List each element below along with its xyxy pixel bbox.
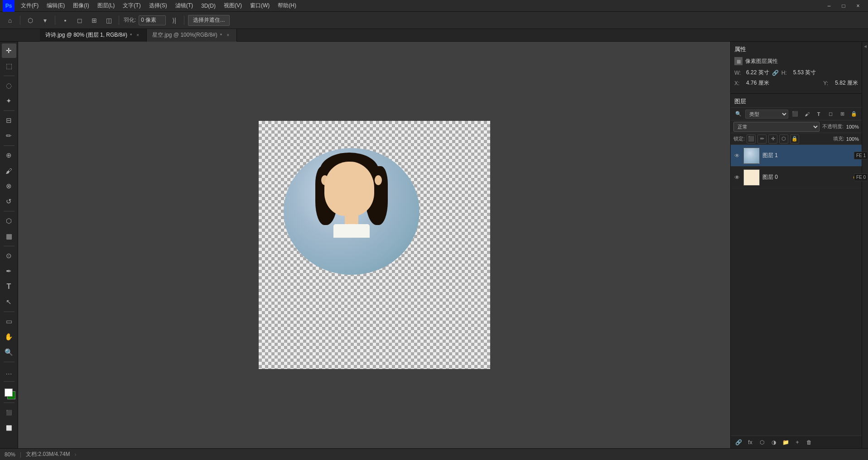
type-tool[interactable]: T (2, 279, 16, 294)
select-mask-button[interactable]: 选择并遮住... (188, 15, 230, 26)
layer-type-select[interactable]: 类型 (745, 110, 788, 119)
rect-outline-btn[interactable]: ◻ (73, 14, 86, 27)
menu-text[interactable]: 文字(T) (119, 1, 144, 10)
home-button[interactable]: ⌂ (4, 14, 16, 27)
crop-btn[interactable]: ⊞ (88, 14, 101, 27)
eraser-tool[interactable]: ⬡ (2, 214, 16, 228)
menu-window[interactable]: 窗口(W) (246, 1, 273, 10)
blend-mode-select[interactable]: 正常 (733, 122, 820, 132)
quick-select-tool[interactable]: ✦ (2, 94, 16, 108)
lock-icon[interactable]: 🔒 (849, 109, 859, 119)
menu-3d[interactable]: 3D(D) (198, 2, 219, 10)
tool-sep-3 (4, 145, 14, 146)
zoom-tool[interactable]: 🔍 (2, 345, 16, 359)
lasso-tool[interactable]: ◌ (2, 78, 16, 93)
y-label: Y: (823, 80, 832, 86)
tool-sep-2 (4, 110, 14, 111)
lock-pixels-btn[interactable]: ⬛ (747, 134, 756, 144)
menu-edit[interactable]: 编辑(E) (43, 1, 68, 10)
lock-all-btn[interactable]: 🔒 (790, 134, 799, 144)
smart-icon[interactable]: ⊞ (837, 109, 847, 119)
lasso-dropdown[interactable]: ▾ (39, 14, 51, 27)
clone-tool[interactable]: ⊗ (2, 179, 16, 193)
more-tools[interactable]: … (2, 364, 16, 379)
gradient-tool[interactable]: ▦ (2, 229, 16, 244)
color-swatches[interactable] (2, 386, 16, 400)
status-arrow[interactable]: › (75, 451, 77, 458)
group-layers-btn[interactable]: 📁 (781, 437, 791, 447)
feather-input[interactable] (139, 15, 166, 25)
perspective-btn[interactable]: ◫ (102, 14, 115, 27)
anti-alias-btn[interactable]: ⟩| (168, 14, 180, 27)
minimize-button[interactable]: – (822, 0, 836, 12)
options-toolbar: ⌂ ⬡ ▾ ▪ ◻ ⊞ ◫ 羽化: ⟩| 选择并遮住... (0, 12, 868, 29)
menu-view[interactable]: 视图(V) (220, 1, 246, 10)
pen-tool[interactable]: ✒ (2, 264, 16, 278)
document-tabs: 诗诗.jpg @ 80% (图层 1, RGB/8#) * × 星空.jpg @… (0, 29, 868, 42)
path-select-tool[interactable]: ↖ (2, 295, 16, 309)
close-button[interactable]: × (851, 0, 865, 12)
pixel-layer-icon: ▩ (734, 57, 743, 65)
menu-select[interactable]: 选择(S) (145, 1, 171, 10)
shape-icon[interactable]: ◻ (825, 109, 835, 119)
y-value: 5.82 厘米 (835, 79, 858, 87)
tab-shishi[interactable]: 诗诗.jpg @ 80% (图层 1, RGB/8#) * × (40, 29, 147, 42)
type-icon[interactable]: T (814, 109, 824, 119)
add-mask-btn[interactable]: ⬡ (757, 437, 767, 447)
maximize-button[interactable]: □ (836, 0, 851, 12)
selection-tool[interactable]: ⬚ (2, 59, 16, 73)
link-layers-btn[interactable]: 🔗 (733, 437, 743, 447)
layer-item-1[interactable]: 👁 图层 1 FE 1 (731, 145, 862, 167)
link-icon[interactable]: 🔗 (772, 70, 779, 76)
dodge-tool[interactable]: ⊙ (2, 249, 16, 263)
separator-4 (184, 16, 184, 25)
menu-layer[interactable]: 图层(L) (94, 1, 119, 10)
shape-tool[interactable]: ▭ (2, 314, 16, 329)
fill-value[interactable]: 100% (846, 136, 859, 142)
healing-tool[interactable]: ⊕ (2, 148, 16, 163)
tab-xingkong-label: 星空.jpg @ 100%(RGB/8#) (152, 31, 217, 39)
right-edge-panel: ◀ (862, 42, 868, 448)
layer-0-visibility[interactable]: 👁 (733, 174, 741, 181)
new-layer-btn[interactable]: + (792, 437, 802, 447)
history-brush-tool[interactable]: ↺ (2, 194, 16, 209)
left-tools-panel: ✛ ⬚ ◌ ✦ ⊟ ✏ ⊕ 🖌 ⊗ ↺ ⬡ ▦ ⊙ ✒ T ↖ ▭ ✋ 🔍 … … (0, 42, 18, 448)
menu-file[interactable]: 文件(F) (17, 1, 42, 10)
add-style-btn[interactable]: fx (745, 437, 755, 447)
crop-tool[interactable]: ⊟ (2, 113, 16, 128)
opacity-value[interactable]: 100% (846, 124, 859, 129)
eyedropper-tool[interactable]: ✏ (2, 129, 16, 143)
lasso-tool-btn[interactable]: ⬡ (24, 14, 37, 27)
menu-filter[interactable]: 滤镜(T) (172, 1, 197, 10)
layer-1-visibility[interactable]: 👁 (733, 152, 741, 159)
quick-mask-btn[interactable]: ⬛ (2, 405, 16, 420)
menu-help[interactable]: 帮助(H) (274, 1, 300, 10)
pixel-icon[interactable]: ⬛ (790, 109, 800, 119)
lock-artboard-btn[interactable]: ⬡ (779, 134, 788, 144)
layer-1-thumbnail (743, 148, 760, 164)
move-tool[interactable]: ✛ (2, 43, 16, 58)
tab-xingkong-close[interactable]: × (225, 32, 231, 38)
adjustment-layer-btn[interactable]: ◑ (769, 437, 779, 447)
lock-row: 锁定: ⬛ ✏ ✛ ⬡ 🔒 填充: 100% (731, 133, 862, 145)
lock-position-btn[interactable]: ✏ (757, 134, 767, 144)
layer-item-0[interactable]: 👁 图层 0 FE 0 (731, 167, 862, 188)
screen-mode-btn[interactable]: ⬜ (2, 421, 16, 435)
delete-layer-btn[interactable]: 🗑 (804, 437, 814, 447)
separator-2 (55, 16, 55, 25)
layers-mode-row: 正常 不透明度: 100% (731, 120, 862, 133)
tab-shishi-close[interactable]: × (135, 32, 141, 38)
brush-tool[interactable]: 🖌 (2, 163, 16, 178)
hand-tool[interactable]: ✋ (2, 330, 16, 344)
tab-xingkong[interactable]: 星空.jpg @ 100%(RGB/8#) * × (147, 29, 237, 42)
search-icon[interactable]: 🔍 (733, 109, 743, 119)
menu-image[interactable]: 图像(I) (69, 1, 92, 10)
foreground-color-swatch[interactable] (5, 388, 13, 397)
rect-select-btn[interactable]: ▪ (59, 14, 72, 27)
props-xy-row: X: 4.76 厘米 Y: 5.82 厘米 (734, 79, 858, 87)
lock-move-btn[interactable]: ✛ (768, 134, 777, 144)
brush-icon[interactable]: 🖌 (802, 109, 812, 119)
layer-0-name: 图层 0 (762, 173, 851, 181)
layer-1-name: 图层 1 (762, 152, 859, 159)
edge-btn-1[interactable]: ◀ (863, 43, 868, 49)
